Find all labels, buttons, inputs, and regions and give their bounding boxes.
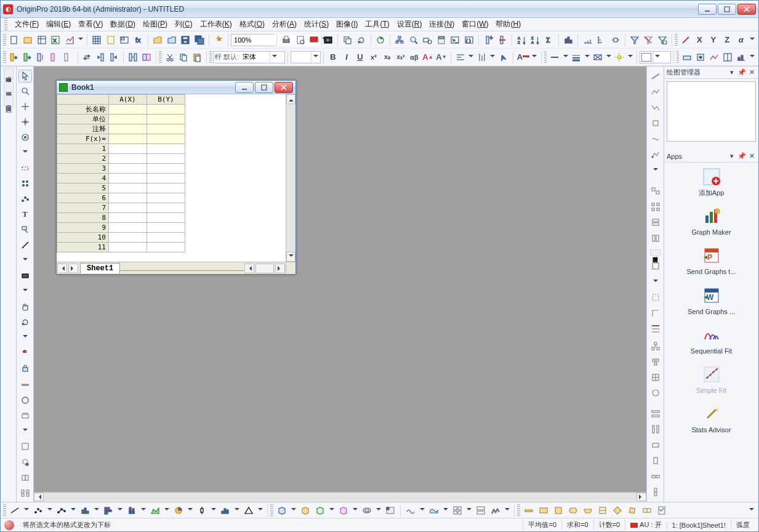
axis-tool-button[interactable] xyxy=(680,33,692,47)
meta-row-header[interactable]: 单位 xyxy=(57,115,109,124)
data-cell[interactable] xyxy=(109,243,147,252)
set-label-button[interactable] xyxy=(49,50,61,64)
region-tool[interactable] xyxy=(18,177,32,190)
gt15[interactable] xyxy=(649,339,662,353)
rect-tool[interactable] xyxy=(18,270,32,283)
gt18[interactable] xyxy=(649,387,662,400)
color-dropdown[interactable] xyxy=(653,52,661,63)
gt23[interactable] xyxy=(649,470,662,483)
meta-cell[interactable] xyxy=(109,115,147,124)
pt-bar[interactable] xyxy=(102,504,115,517)
meta-cell[interactable] xyxy=(147,105,185,115)
row-header[interactable]: 4 xyxy=(57,174,109,183)
paste-button[interactable] xyxy=(191,50,203,64)
row-header[interactable]: 1 xyxy=(57,144,109,154)
mdi-hscrollbar[interactable] xyxy=(34,492,646,502)
pt-3d2[interactable] xyxy=(299,504,312,517)
font-combo[interactable]: 軤 默认: xyxy=(213,51,285,63)
mdi-scroll-left[interactable] xyxy=(34,493,44,501)
pt-linesymbol[interactable] xyxy=(55,504,68,517)
sheet-nav-last[interactable] xyxy=(68,264,78,273)
rescale3-button[interactable] xyxy=(609,33,621,47)
pt-multi2[interactable] xyxy=(474,504,488,517)
pt-surface1-dd[interactable] xyxy=(419,504,426,517)
status-angle[interactable]: 弧度 xyxy=(731,520,755,530)
duplicate-button[interactable] xyxy=(341,33,353,47)
align-dropdown[interactable] xyxy=(468,50,475,64)
new-workbook-button[interactable] xyxy=(36,33,48,47)
italic-button[interactable]: I xyxy=(340,50,353,64)
line-style-dropdown[interactable] xyxy=(562,50,569,64)
light-dropdown[interactable] xyxy=(627,50,633,64)
data-cell[interactable] xyxy=(147,193,185,203)
menu-c[interactable]: 列(C) xyxy=(171,18,196,30)
pt-ternary[interactable] xyxy=(242,504,255,517)
lt1-button[interactable] xyxy=(18,378,32,391)
meta-row-header[interactable]: 长名称 xyxy=(57,105,109,115)
data-cell[interactable] xyxy=(147,144,185,154)
toolbar-grip[interactable] xyxy=(159,51,162,63)
toolbar-grip[interactable] xyxy=(270,504,273,517)
gt1[interactable] xyxy=(649,70,662,83)
ws-corner[interactable] xyxy=(57,95,109,105)
menubar-grip[interactable] xyxy=(4,18,7,31)
menu-s[interactable]: 统计(S) xyxy=(300,18,332,30)
toolbar-grip[interactable] xyxy=(3,34,6,46)
lt6-button[interactable] xyxy=(18,470,32,483)
row-header[interactable]: 9 xyxy=(57,223,109,233)
workbook-vscrollbar[interactable] xyxy=(286,94,295,262)
worksheet[interactable]: A(X)B(Y)长名称单位注释F(x)=1234567891011 xyxy=(57,94,286,262)
import-wizard-button[interactable] xyxy=(212,33,225,47)
gt14[interactable] xyxy=(649,323,662,336)
video-button[interactable] xyxy=(321,33,334,47)
panel-close-icon[interactable]: ✕ xyxy=(747,68,756,77)
left-tab-hint-log[interactable]: 提示日志 xyxy=(4,95,14,107)
screen-reader-button[interactable] xyxy=(421,33,433,47)
new-graph-button[interactable] xyxy=(63,33,75,47)
bottom-overflow[interactable] xyxy=(748,504,755,517)
new-notes-button[interactable] xyxy=(105,33,117,47)
set-none-button[interactable] xyxy=(62,50,74,64)
pt-g3[interactable] xyxy=(552,504,565,517)
data-cell[interactable] xyxy=(147,233,185,243)
draw-data-tool[interactable] xyxy=(18,193,32,206)
gadget3-button[interactable] xyxy=(708,50,720,64)
crosshair-tool[interactable] xyxy=(18,100,32,113)
meta-cell[interactable] xyxy=(109,105,147,115)
app-item[interactable]: Stats Advisor xyxy=(670,403,752,434)
pt-3d4[interactable] xyxy=(337,504,350,517)
fill-pattern-dropdown[interactable] xyxy=(605,50,612,64)
meta-cell[interactable] xyxy=(109,134,147,144)
gt16[interactable] xyxy=(649,355,662,369)
gt7[interactable] xyxy=(649,184,662,198)
minimize-button[interactable] xyxy=(698,4,717,15)
zoom-combo[interactable] xyxy=(231,34,274,46)
merge-button[interactable] xyxy=(127,50,139,64)
recalc-button[interactable] xyxy=(374,33,387,47)
menu-t[interactable]: 工具(T) xyxy=(361,18,393,30)
sheet-tab[interactable]: Sheet1 xyxy=(80,263,120,273)
menu-h[interactable]: 帮助(H) xyxy=(492,18,524,30)
lt5-button[interactable] xyxy=(18,455,32,468)
gt20[interactable] xyxy=(649,423,662,437)
merge-sheets-button[interactable] xyxy=(140,50,153,64)
lt3-button[interactable] xyxy=(18,409,32,422)
x-button[interactable]: X xyxy=(693,33,705,47)
data-tool-dropdown[interactable] xyxy=(22,147,29,159)
pt-g1[interactable] xyxy=(522,504,536,517)
pt-3d3-dd[interactable] xyxy=(328,504,335,517)
panel-pin-icon[interactable]: 📌 xyxy=(737,68,746,77)
hscroll-right[interactable] xyxy=(275,264,285,273)
stats-button[interactable]: Σ xyxy=(543,33,555,47)
font-decrease-button[interactable]: A▼ xyxy=(435,50,448,64)
font-dropdown[interactable] xyxy=(270,52,278,63)
gadget4-button[interactable] xyxy=(721,50,734,64)
align-left-button[interactable] xyxy=(454,50,467,64)
row-header[interactable]: 11 xyxy=(57,243,109,252)
supsub-button[interactable]: x₁² xyxy=(395,50,407,64)
data-cell[interactable] xyxy=(109,193,147,203)
pt-multi1[interactable] xyxy=(451,504,464,517)
pt-pie-dd[interactable] xyxy=(187,504,194,517)
font-name-input[interactable] xyxy=(240,52,270,63)
subscript-button[interactable]: x₂ xyxy=(381,50,393,64)
